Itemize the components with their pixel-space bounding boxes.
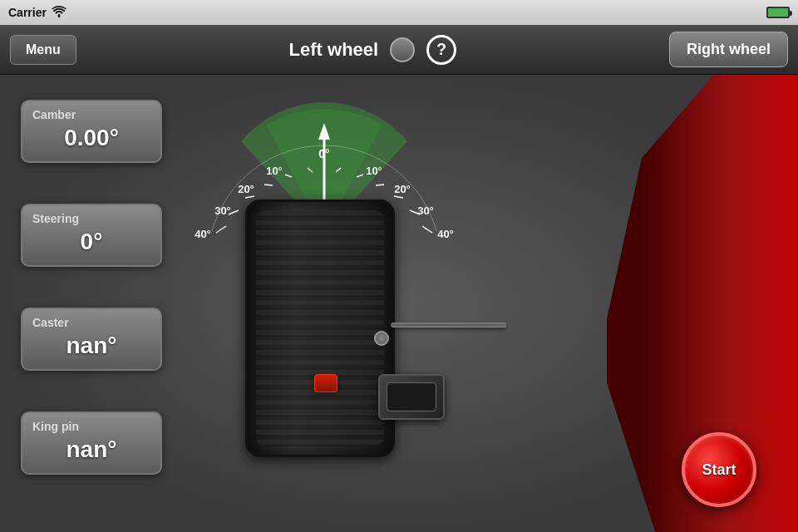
tire-sensor <box>314 374 337 392</box>
svg-text:40°: 40° <box>437 228 454 240</box>
axle-connector <box>374 331 389 346</box>
svg-text:20°: 20° <box>394 183 411 195</box>
svg-text:20°: 20° <box>238 183 254 195</box>
sensor-device <box>378 374 445 420</box>
caster-value: nan° <box>32 332 150 359</box>
wifi-icon <box>52 6 66 20</box>
axle-rod <box>391 323 507 328</box>
main-content: Camber 0.00° Steering 0° Caster nan° Kin… <box>0 75 798 532</box>
svg-text:30°: 30° <box>214 204 231 217</box>
camber-label: Camber <box>32 108 150 121</box>
kingpin-value: nan° <box>32 436 150 463</box>
page-title: Left wheel <box>289 39 379 61</box>
svg-line-9 <box>376 185 384 185</box>
svg-line-6 <box>422 226 432 233</box>
svg-line-3 <box>264 185 273 185</box>
kingpin-label: King pin <box>32 420 150 433</box>
svg-text:10°: 10° <box>366 165 382 177</box>
steering-panel: Steering 0° <box>21 204 162 267</box>
nav-bar: Menu Left wheel ? Right wheel <box>0 25 798 75</box>
right-wheel-button[interactable]: Right wheel <box>669 32 788 67</box>
battery-icon <box>766 7 790 18</box>
help-button[interactable]: ? <box>426 35 456 65</box>
nav-title: Left wheel ? <box>289 35 457 65</box>
svg-text:30°: 30° <box>417 204 434 217</box>
circle-icon <box>390 37 415 62</box>
steering-label: Steering <box>32 212 150 225</box>
svg-line-2 <box>245 196 254 198</box>
carrier-label: Carrier <box>8 6 47 19</box>
svg-text:40°: 40° <box>195 228 211 240</box>
tire-visualization: 40° 30° 20° 10° 0° 10° 20° 30° 40° <box>166 91 565 532</box>
caster-panel: Caster nan° <box>21 308 162 371</box>
svg-line-0 <box>216 226 226 233</box>
kingpin-panel: King pin nan° <box>21 411 162 475</box>
tire-image <box>245 200 395 457</box>
camber-value: 0.00° <box>32 125 150 151</box>
caster-label: Caster <box>32 316 150 329</box>
carrier-text: Carrier <box>8 6 66 20</box>
status-bar: Carrier <box>0 0 798 25</box>
start-button[interactable]: Start <box>682 432 756 507</box>
steering-value: 0° <box>32 229 150 255</box>
camber-panel: Camber 0.00° <box>21 100 162 163</box>
svg-text:10°: 10° <box>266 165 283 177</box>
menu-button[interactable]: Menu <box>10 35 76 65</box>
svg-line-8 <box>394 196 403 198</box>
